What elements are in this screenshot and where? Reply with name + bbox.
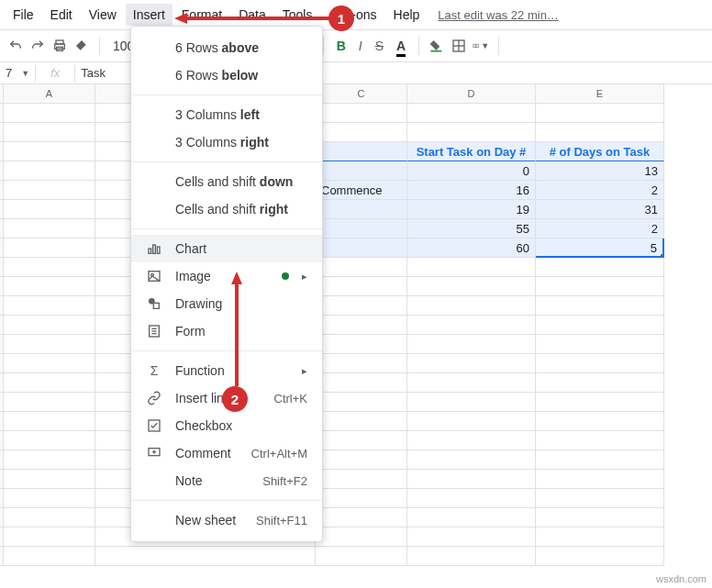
paint-format-icon[interactable] <box>73 38 90 54</box>
menu-rows-above[interactable]: 6 Rows above <box>131 34 322 61</box>
menu-edit[interactable]: Edit <box>43 4 80 26</box>
menu-checkbox[interactable]: Checkbox <box>131 412 322 439</box>
menu-form[interactable]: Form <box>131 317 322 345</box>
menu-chart[interactable]: Chart <box>131 235 322 262</box>
svg-marker-25 <box>174 13 187 24</box>
strike-button[interactable]: S <box>372 39 387 53</box>
menu-cols-left[interactable]: 3 Columns left <box>131 101 322 128</box>
annotation-badge-2: 2 <box>222 386 248 412</box>
table-cell[interactable]: 0 <box>407 161 536 181</box>
spreadsheet-grid[interactable]: A B C D E Start Task on Day # # of Days … <box>0 84 712 566</box>
selection-handle[interactable] <box>660 253 664 258</box>
menu-image[interactable]: Image▸ <box>131 262 322 290</box>
fill-color-icon[interactable] <box>428 38 445 54</box>
name-box[interactable]: 7 <box>6 66 19 80</box>
col-header-e[interactable]: E <box>536 84 664 104</box>
annotation-badge-1: 1 <box>328 6 354 31</box>
checkbox-icon <box>146 418 162 433</box>
redo-icon[interactable] <box>29 38 46 54</box>
col-header-c[interactable]: C <box>316 84 407 104</box>
menu-comment[interactable]: CommentCtrl+Alt+M <box>131 439 322 467</box>
text-color-button[interactable]: A <box>393 39 409 53</box>
header-e[interactable]: # of Days on Task <box>536 142 664 161</box>
menu-note[interactable]: NoteShift+F2 <box>131 467 322 494</box>
chart-icon <box>146 241 162 256</box>
new-feature-dot <box>282 272 289 280</box>
table-cell[interactable]: 19 <box>407 200 536 219</box>
menu-drawing[interactable]: Drawing <box>131 290 322 317</box>
menu-help[interactable]: Help <box>386 4 428 26</box>
insert-menu-dropdown: 6 Rows above 6 Rows below 3 Columns left… <box>130 26 323 542</box>
print-icon[interactable] <box>51 38 68 54</box>
svg-rect-15 <box>153 303 159 308</box>
table-cell[interactable]: 16 <box>407 181 536 200</box>
function-icon: Σ <box>146 363 162 378</box>
svg-rect-10 <box>153 245 156 253</box>
col-header-d[interactable]: D <box>407 84 536 104</box>
form-icon <box>146 324 162 338</box>
link-icon <box>146 391 162 405</box>
submenu-arrow-icon: ▸ <box>302 271 307 283</box>
annotation-arrow-2 <box>228 272 246 391</box>
merge-cells-icon[interactable]: ▼ <box>473 38 489 54</box>
image-icon <box>146 269 162 283</box>
italic-button[interactable]: I <box>355 39 366 53</box>
menubar: File Edit View Insert Format Data Tools … <box>0 0 712 29</box>
comment-icon <box>146 446 162 460</box>
menu-cols-right[interactable]: 3 Columns right <box>131 128 322 156</box>
table-cell[interactable]: 60 <box>407 239 536 258</box>
table-cell[interactable] <box>316 219 407 239</box>
svg-rect-3 <box>430 50 441 52</box>
table-cell[interactable]: 13 <box>536 161 664 181</box>
submenu-arrow-icon: ▸ <box>302 365 307 377</box>
menu-file[interactable]: File <box>6 4 41 26</box>
header-c[interactable] <box>316 142 407 161</box>
svg-rect-9 <box>149 249 151 253</box>
table-cell[interactable]: 2 <box>536 219 664 239</box>
table-cell[interactable] <box>316 239 407 258</box>
menu-insert[interactable]: Insert <box>126 4 172 26</box>
table-cell[interactable]: 55 <box>407 219 536 239</box>
svg-rect-11 <box>157 247 160 253</box>
annotation-arrow-1 <box>174 11 339 26</box>
menu-cells-down[interactable]: Cells and shift down <box>131 168 322 195</box>
table-cell[interactable]: 31 <box>536 200 664 219</box>
table-cell[interactable]: 5 <box>536 239 664 258</box>
table-cell[interactable] <box>316 161 407 181</box>
undo-icon[interactable] <box>7 38 24 54</box>
last-edit-link[interactable]: Last edit was 22 min… <box>438 8 559 22</box>
header-d[interactable]: Start Task on Day # <box>407 142 536 161</box>
table-cell[interactable] <box>316 200 407 219</box>
formula-value[interactable]: Task <box>81 66 106 80</box>
fx-icon: fx <box>41 66 69 80</box>
svg-rect-7 <box>473 44 475 48</box>
menu-new-sheet[interactable]: New sheetShift+F11 <box>131 506 322 534</box>
col-header-a[interactable]: A <box>4 84 95 104</box>
menu-cells-right[interactable]: Cells and shift right <box>131 195 322 223</box>
drawing-icon <box>146 296 162 311</box>
toolbar: 100▼ Default (Ari…▼ 10▼ B I S A ▼ <box>0 29 712 62</box>
table-cell[interactable]: 2 <box>536 181 664 200</box>
bold-button[interactable]: B <box>333 39 350 53</box>
svg-marker-27 <box>231 272 242 284</box>
menu-function[interactable]: ΣFunction▸ <box>131 357 322 384</box>
menu-rows-below[interactable]: 6 Rows below <box>131 61 322 89</box>
watermark: wsxdn.com <box>656 573 706 584</box>
table-cell[interactable]: Commence <box>316 181 407 200</box>
menu-view[interactable]: View <box>82 4 124 26</box>
borders-icon[interactable] <box>451 38 467 54</box>
formula-bar: 7▼ fx Task <box>0 62 712 84</box>
svg-rect-8 <box>476 44 478 48</box>
